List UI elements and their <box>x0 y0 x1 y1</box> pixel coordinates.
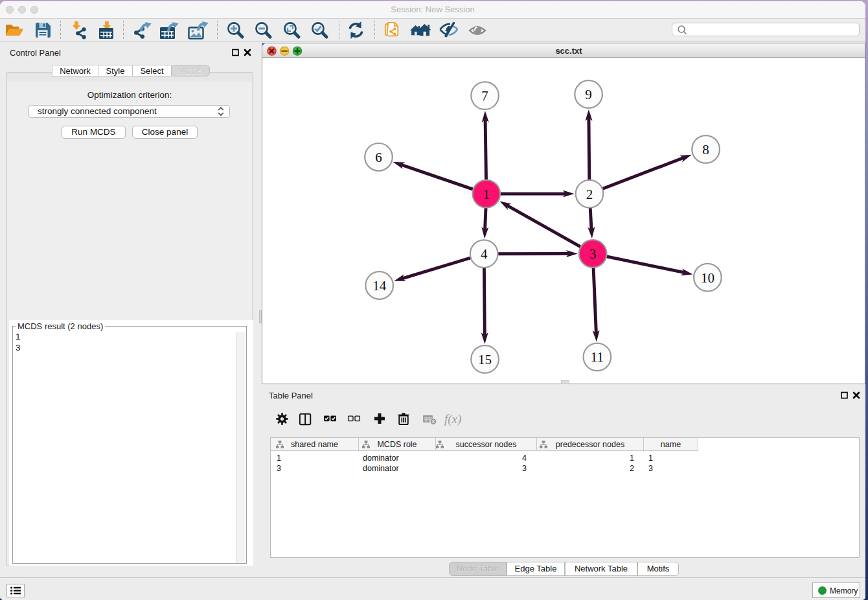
svg-text:4: 4 <box>481 246 488 262</box>
svg-text:8: 8 <box>702 142 709 157</box>
svg-text:15: 15 <box>478 352 492 367</box>
svg-text:f(x): f(x) <box>444 412 461 426</box>
svg-text:2: 2 <box>586 187 593 202</box>
svg-text:6: 6 <box>375 150 382 165</box>
svg-text:11: 11 <box>591 349 604 365</box>
svg-text:9: 9 <box>585 87 592 102</box>
svg-text:3: 3 <box>589 246 597 262</box>
svg-text:1: 1 <box>483 187 490 202</box>
svg-text:7: 7 <box>481 88 488 104</box>
svg-text:10: 10 <box>701 270 714 286</box>
svg-text:14: 14 <box>372 278 387 294</box>
